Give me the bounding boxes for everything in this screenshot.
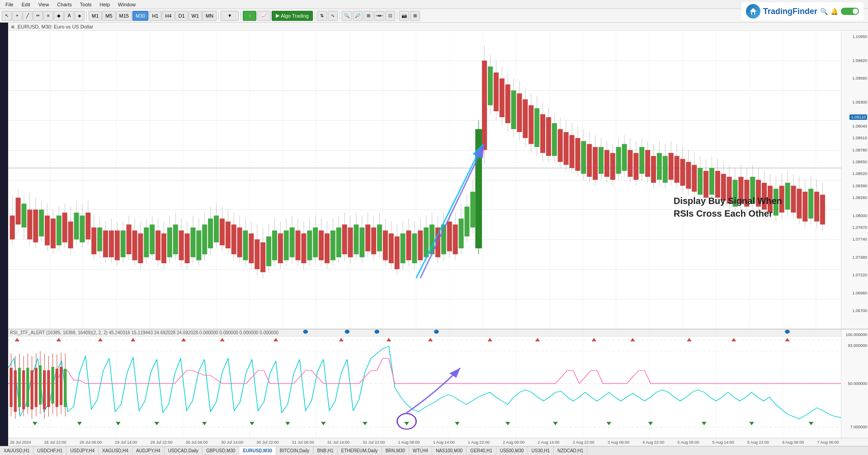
- mag-btn[interactable]: ⊡: [385, 11, 395, 21]
- time-1aug-06: 1 Aug 06:00: [398, 440, 420, 445]
- tab-brn[interactable]: BRN,M30: [382, 446, 409, 455]
- pencil-tool[interactable]: ✏: [33, 11, 43, 21]
- tf-w1[interactable]: W1: [189, 11, 203, 21]
- price-1.0696: 1.06960: [852, 291, 867, 295]
- hline-tool[interactable]: ≡: [43, 11, 53, 21]
- svg-rect-176: [447, 222, 452, 251]
- svg-rect-340: [39, 365, 41, 404]
- price-current: 1.09110: [849, 114, 867, 120]
- svg-rect-250: [663, 156, 668, 183]
- grid-btn[interactable]: ⊞: [363, 11, 373, 21]
- svg-rect-236: [622, 144, 627, 171]
- buy-sell-btn[interactable]: ⇅: [317, 11, 327, 21]
- fibonacci-tool[interactable]: ◈: [75, 11, 85, 21]
- screenshot-btn[interactable]: 📷: [399, 11, 409, 21]
- svg-rect-240: [633, 153, 638, 180]
- tf-m15[interactable]: M15: [116, 11, 132, 21]
- menu-file[interactable]: File: [2, 1, 17, 8]
- svg-rect-104: [237, 228, 242, 257]
- tab-usdchf[interactable]: USDCHF,H1: [33, 446, 66, 455]
- indicator-list-btn[interactable]: ⊞: [410, 11, 420, 21]
- svg-rect-114: [266, 237, 271, 266]
- menu-edit[interactable]: Edit: [18, 1, 34, 8]
- time-5aug-22: 5 Aug 22:00: [747, 440, 769, 445]
- menu-tools[interactable]: Tools: [76, 1, 95, 8]
- svg-rect-286: [768, 186, 773, 213]
- trade-btn[interactable]: ↕: [243, 11, 256, 21]
- oscillator-btn[interactable]: ∿: [328, 11, 338, 21]
- price-chart[interactable]: Display Buy Signal When RSIs Cross Each …: [8, 31, 868, 329]
- svg-marker-360: [339, 338, 344, 341]
- chart-type-dropdown[interactable]: ▼: [221, 11, 239, 21]
- tab-xauusd[interactable]: XAUUSD,H1: [0, 446, 33, 455]
- shapes-tool[interactable]: ◆: [54, 11, 64, 21]
- tab-audjpy[interactable]: AUDJPY,H4: [132, 446, 165, 455]
- svg-rect-66: [127, 224, 132, 254]
- tab-us500[interactable]: US500,M30: [496, 446, 528, 455]
- tab-usdjpy[interactable]: USDJPY,H4: [66, 446, 99, 455]
- crosshair-tool[interactable]: +: [12, 11, 22, 21]
- price-1.1095: 1.10950: [852, 34, 867, 39]
- svg-rect-48: [74, 213, 79, 239]
- tab-bitcoin[interactable]: BITCOIN,Daily: [276, 446, 314, 455]
- text-tool[interactable]: A: [64, 11, 74, 21]
- svg-rect-100: [226, 222, 231, 248]
- svg-point-389: [303, 330, 308, 334]
- pointer-tool[interactable]: ↖: [2, 11, 12, 21]
- tab-wti[interactable]: WTI,H4: [409, 446, 432, 455]
- tf-mn[interactable]: MN: [203, 11, 217, 21]
- search-icon[interactable]: 🔍: [820, 8, 828, 15]
- tab-nas100[interactable]: NAS100,M30: [432, 446, 467, 455]
- tf-m1[interactable]: M1: [89, 11, 102, 21]
- price-1.0670: 1.06700: [852, 308, 867, 313]
- price-1.0852: 1.08520: [852, 171, 867, 176]
- tf-m30[interactable]: M30: [132, 11, 148, 21]
- tab-us30[interactable]: US30,H1: [528, 446, 554, 455]
- time-2aug-22: 2 Aug 22:00: [573, 440, 594, 445]
- time-30jul-06: 30 Jul 06:00: [186, 440, 208, 445]
- time-29jul-22: 29 Jul 22:00: [151, 440, 173, 445]
- menu-window[interactable]: Window: [114, 1, 139, 8]
- tf-d1[interactable]: D1: [175, 11, 188, 21]
- zoom-out-btn[interactable]: 🔎: [353, 11, 363, 21]
- svg-rect-128: [307, 231, 312, 261]
- svg-rect-28: [16, 198, 21, 224]
- svg-rect-130: [313, 228, 318, 257]
- svg-rect-92: [202, 224, 207, 254]
- timeframe-group: M1 M5 M15 M30 H1 H4 D1 W1 MN: [89, 11, 217, 21]
- time-2aug-14: 2 Aug 14:00: [538, 440, 559, 445]
- svg-rect-342: [43, 370, 46, 409]
- tab-xagusd[interactable]: XAGUSD,H4: [99, 446, 132, 455]
- rsi-sell-signals: [14, 338, 789, 341]
- svg-rect-206: [534, 108, 539, 147]
- tab-nzdcad[interactable]: NZDCAD,H1: [554, 446, 587, 455]
- tf-h1[interactable]: H1: [149, 11, 161, 21]
- tab-usdcad[interactable]: USDCAD,Daily: [165, 446, 203, 455]
- time-3aug-06: 3 Aug 06:00: [608, 440, 629, 445]
- toggle-switch[interactable]: [841, 8, 859, 15]
- svg-rect-226: [593, 147, 598, 180]
- tab-bnb[interactable]: BNB,H1: [313, 446, 337, 455]
- tab-ethereum[interactable]: ETHEREUM,Daily: [338, 446, 382, 455]
- rsi-chart: [8, 329, 841, 438]
- zoom-in-btn[interactable]: 🔍: [342, 11, 352, 21]
- tab-gbpusd[interactable]: GBPUSD,M30: [203, 446, 239, 455]
- time-axis: 26 Jul 2024 26 Jul 22:00 29 Jul 06:00 29…: [8, 438, 868, 446]
- algo-trading-button[interactable]: ▶ Algo Trading: [272, 11, 313, 21]
- notification-icon[interactable]: 🔔: [830, 8, 838, 15]
- svg-marker-353: [14, 338, 19, 341]
- tf-h4[interactable]: H4: [162, 11, 175, 21]
- tf-m5[interactable]: M5: [102, 11, 115, 21]
- svg-rect-38: [45, 216, 50, 246]
- tab-eurusd[interactable]: EURUSD,M30: [239, 446, 276, 455]
- tab-ger40[interactable]: GER40,H1: [467, 446, 496, 455]
- svg-rect-72: [144, 228, 149, 257]
- auto-scroll-btn[interactable]: ⇥⇤: [374, 11, 384, 21]
- menu-charts[interactable]: Charts: [53, 1, 75, 8]
- menu-view[interactable]: View: [35, 1, 53, 8]
- line-tool[interactable]: ╱: [23, 11, 33, 21]
- svg-rect-26: [10, 216, 15, 240]
- indicator-btn[interactable]: 📈: [257, 11, 271, 21]
- svg-marker-367: [687, 338, 692, 341]
- menu-help[interactable]: Help: [96, 1, 113, 8]
